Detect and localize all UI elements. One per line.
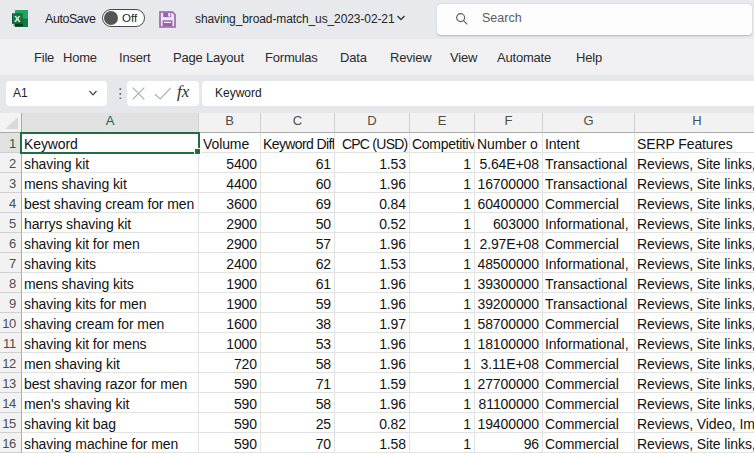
svg-text:X: X bbox=[14, 14, 20, 24]
